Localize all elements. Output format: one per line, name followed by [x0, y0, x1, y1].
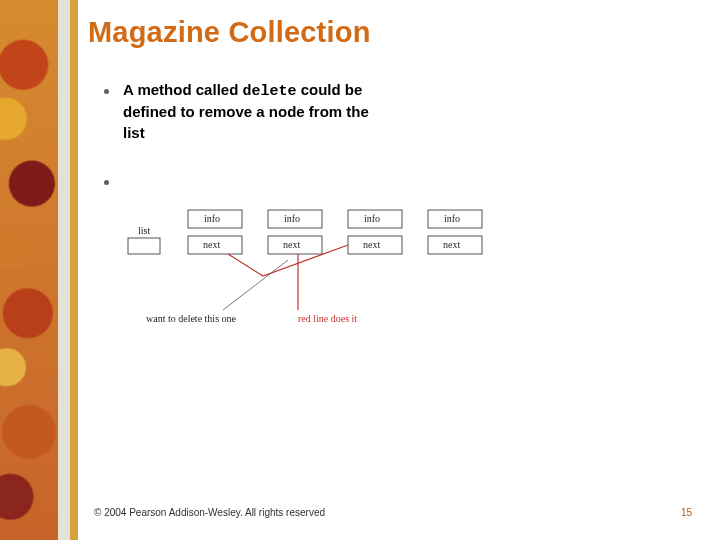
linked-list-diagram: list info next info next info next [128, 210, 528, 340]
bullet-1-text: A method called delete could be defined … [123, 80, 373, 143]
node-3-info: info [364, 213, 380, 224]
node-2-info: info [284, 213, 300, 224]
node-1: info next [188, 210, 242, 254]
node-1-info: info [204, 213, 220, 224]
leaves-band [0, 0, 58, 540]
diagram-caption-red: red line does it [298, 313, 357, 324]
svg-rect-0 [128, 238, 160, 254]
bullet-1-pre: A method called [123, 81, 242, 98]
diagram-list-label: list [138, 225, 150, 236]
bullet-dot-icon [104, 89, 109, 94]
slide: Magazine Collection A method called dele… [0, 0, 720, 540]
caption-connector [223, 260, 288, 310]
bullet-dot-icon [104, 180, 109, 185]
slide-body: A method called delete could be defined … [104, 80, 680, 203]
bullet-2 [104, 171, 680, 185]
gold-stripe [70, 0, 78, 540]
node-4-info: info [444, 213, 460, 224]
node-2-next: next [283, 239, 300, 250]
cream-stripe [58, 0, 70, 540]
node-3-next: next [363, 239, 380, 250]
slide-title: Magazine Collection [88, 16, 371, 49]
node-2: info next [268, 210, 322, 254]
node-4: info next [428, 210, 482, 254]
page-number: 15 [681, 507, 692, 518]
bullet-1-code: delete [242, 83, 296, 100]
node-3: info next [348, 210, 402, 254]
diagram-caption-black: want to delete this one [146, 313, 237, 324]
node-1-next: next [203, 239, 220, 250]
slide-footer: © 2004 Pearson Addison-Wesley. All right… [94, 507, 325, 518]
left-decoration [0, 0, 78, 540]
bullet-1: A method called delete could be defined … [104, 80, 680, 143]
node-4-next: next [443, 239, 460, 250]
